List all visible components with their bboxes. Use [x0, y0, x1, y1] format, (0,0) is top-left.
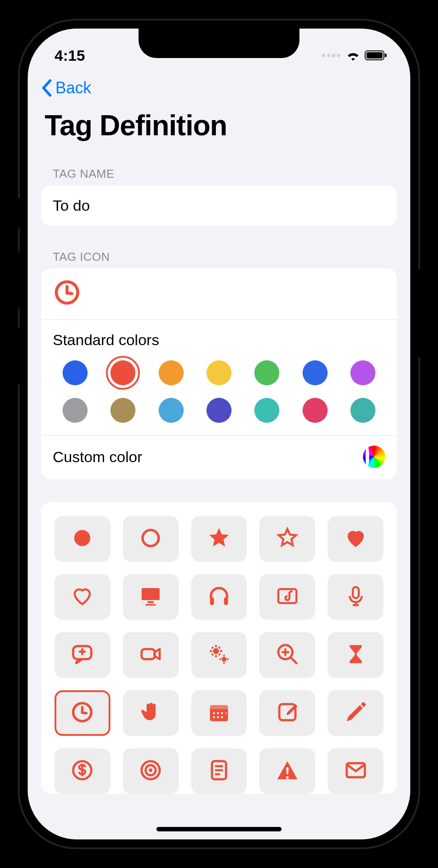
icon-option-star-fill[interactable] — [191, 516, 247, 562]
icon-option-envelope[interactable] — [328, 748, 383, 794]
icon-option-monitor[interactable] — [123, 574, 179, 620]
gears-icon — [207, 642, 231, 668]
circle-outline-icon — [139, 526, 163, 552]
warning-triangle-icon — [275, 758, 299, 784]
svg-point-24 — [222, 657, 227, 662]
video-camera-icon — [139, 642, 163, 668]
icon-option-circle-outline[interactable] — [123, 516, 179, 562]
icon-option-chat-plus[interactable] — [55, 632, 110, 678]
envelope-icon — [344, 758, 368, 784]
tag-name-input[interactable] — [41, 185, 397, 226]
svg-point-37 — [225, 712, 227, 714]
color-swatch[interactable] — [303, 360, 328, 385]
icon-option-document-list[interactable] — [191, 748, 247, 794]
pencil-icon — [344, 700, 368, 726]
icon-grid — [55, 516, 383, 794]
color-swatch[interactable] — [63, 360, 88, 385]
icon-option-target[interactable] — [123, 748, 179, 794]
icon-option-dollar-circle[interactable] — [55, 748, 110, 794]
svg-rect-1 — [366, 52, 383, 58]
icon-option-star-outline[interactable] — [259, 516, 315, 562]
svg-point-36 — [221, 712, 223, 714]
svg-point-38 — [213, 716, 215, 718]
icon-option-heart-outline[interactable] — [55, 574, 110, 620]
svg-rect-6 — [142, 588, 160, 600]
svg-point-15 — [213, 648, 219, 655]
status-time: 4:15 — [55, 47, 85, 64]
color-swatch[interactable] — [63, 398, 88, 423]
icon-option-warning-triangle[interactable] — [259, 748, 315, 794]
icon-option-music-screen[interactable] — [259, 574, 315, 620]
star-fill-icon — [207, 526, 231, 552]
monitor-icon — [139, 584, 163, 610]
color-wheel-icon — [363, 446, 385, 468]
standard-colors-label: Standard colors — [41, 320, 397, 356]
device-notch — [139, 29, 299, 58]
calendar-icon — [207, 700, 231, 726]
svg-rect-9 — [210, 597, 214, 605]
icon-option-gears[interactable] — [191, 632, 247, 678]
icon-option-headphones[interactable] — [191, 574, 247, 620]
svg-point-34 — [213, 712, 215, 714]
color-swatch[interactable] — [254, 360, 279, 385]
microphone-icon — [344, 584, 368, 610]
svg-line-22 — [212, 654, 213, 655]
hand-wave-icon — [139, 700, 163, 726]
music-screen-icon — [275, 584, 299, 610]
svg-point-35 — [217, 712, 219, 714]
color-swatch[interactable] — [303, 398, 328, 423]
icon-option-hourglass[interactable] — [328, 632, 383, 678]
circle-fill-icon — [70, 526, 94, 552]
icon-option-heart-fill[interactable] — [328, 516, 383, 562]
target-icon — [139, 758, 163, 784]
color-swatch[interactable] — [110, 398, 135, 423]
custom-color-label: Custom color — [53, 448, 142, 466]
svg-point-5 — [143, 530, 159, 546]
icon-option-pencil[interactable] — [328, 690, 383, 736]
icon-option-hand-wave[interactable] — [123, 690, 179, 736]
svg-point-39 — [217, 716, 219, 718]
svg-rect-10 — [224, 597, 228, 605]
icon-option-clock[interactable] — [55, 690, 110, 736]
color-swatch[interactable] — [206, 398, 232, 423]
color-swatch[interactable] — [350, 398, 375, 423]
heart-outline-icon — [70, 584, 94, 610]
hourglass-icon — [344, 642, 368, 668]
status-dots: •••• — [322, 49, 341, 63]
color-swatch[interactable] — [254, 398, 279, 423]
clock-icon — [53, 300, 81, 308]
back-label: Back — [55, 79, 91, 97]
tag-icon-header: TAG ICON — [28, 226, 410, 268]
home-indicator[interactable] — [156, 827, 282, 831]
svg-line-30 — [291, 657, 297, 664]
svg-rect-7 — [147, 601, 154, 603]
icon-option-zoom-plus[interactable] — [259, 632, 315, 678]
clock-icon — [70, 700, 94, 726]
color-swatch[interactable] — [206, 360, 232, 385]
svg-rect-33 — [210, 705, 228, 709]
chat-plus-icon — [70, 642, 94, 668]
battery-icon — [365, 47, 388, 64]
color-swatch[interactable] — [110, 360, 135, 385]
color-swatch[interactable] — [350, 360, 375, 385]
svg-point-40 — [221, 716, 223, 718]
svg-rect-8 — [146, 604, 156, 605]
heart-fill-icon — [344, 526, 368, 552]
color-swatch[interactable] — [159, 360, 184, 385]
back-button[interactable]: Back — [28, 69, 410, 102]
icon-option-calendar[interactable] — [191, 690, 247, 736]
headphones-icon — [207, 584, 231, 610]
svg-line-23 — [219, 647, 220, 648]
color-swatch[interactable] — [159, 398, 184, 423]
icon-option-circle-fill[interactable] — [55, 516, 110, 562]
svg-line-21 — [219, 654, 220, 655]
page-title: Tag Definition — [28, 102, 410, 158]
color-grid — [41, 356, 397, 435]
icon-option-compose[interactable] — [259, 690, 315, 736]
tag-name-header: TAG NAME — [28, 158, 410, 185]
icon-option-microphone[interactable] — [328, 574, 383, 620]
icon-option-video-camera[interactable] — [123, 632, 179, 678]
wifi-icon — [346, 47, 360, 64]
custom-color-row[interactable]: Custom color — [41, 435, 397, 480]
svg-point-45 — [149, 768, 152, 772]
